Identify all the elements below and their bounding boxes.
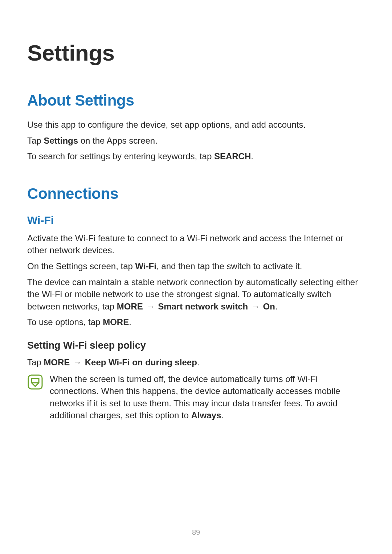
bold-more-2: MORE [103,317,129,327]
bold-wifi: Wi-Fi [135,261,156,271]
wifi-paragraph-1: Activate the Wi-Fi feature to connect to… [27,232,365,257]
text-run: To search for settings by entering keywo… [27,151,214,161]
about-paragraph-2: Tap Settings on the Apps screen. [27,135,365,147]
text-run: . [129,317,131,327]
text-run: . [197,357,200,367]
page-number: 89 [0,528,392,537]
text-run: To use options, tap [27,317,103,327]
wifi-paragraph-4: To use options, tap MORE. [27,316,365,328]
bold-settings: Settings [44,136,78,145]
text-run: . [275,301,278,311]
text-run: . [251,151,253,161]
section-heading-about: About Settings [27,92,365,109]
note-block: When the screen is turned off, the devic… [27,373,365,425]
subsection-heading-wifi: Wi-Fi [27,214,365,226]
bold-search: SEARCH [214,151,251,161]
text-run: Tap [27,136,44,145]
text-run: On the Settings screen, tap [27,261,135,271]
note-text: When the screen is turned off, the devic… [50,373,365,425]
text-run: , and then tap the switch to activate it… [156,261,302,271]
section-heading-connections: Connections [27,185,365,202]
bold-more-1: MORE [117,301,143,311]
text-run: . [221,410,224,420]
manual-page: Settings About Settings Use this app to … [0,0,392,554]
arrow-icon: → [70,357,84,367]
arrow-icon: → [144,301,157,311]
sleep-paragraph-1: Tap MORE → Keep Wi-Fi on during sleep. [27,356,365,369]
text-run: Tap [27,357,44,367]
note-icon [27,374,43,390]
subheading-sleep-policy: Setting Wi-Fi sleep policy [27,340,365,351]
text-run: on the Apps screen. [78,136,158,145]
bold-more-3: MORE [44,357,70,367]
bold-smart-network-switch: Smart network switch [158,301,248,311]
wifi-paragraph-3: The device can maintain a stable network… [27,276,365,313]
about-paragraph-3: To search for settings by entering keywo… [27,150,365,163]
bold-always: Always [191,410,221,420]
bold-on: On [263,301,275,311]
about-paragraph-1: Use this app to configure the device, se… [27,119,365,131]
bold-keep-wifi-on: Keep Wi-Fi on during sleep [85,357,197,367]
arrow-icon: → [249,301,262,311]
page-title: Settings [27,40,365,66]
note-paragraph: When the screen is turned off, the devic… [50,373,365,422]
wifi-paragraph-2: On the Settings screen, tap Wi-Fi, and t… [27,260,365,272]
